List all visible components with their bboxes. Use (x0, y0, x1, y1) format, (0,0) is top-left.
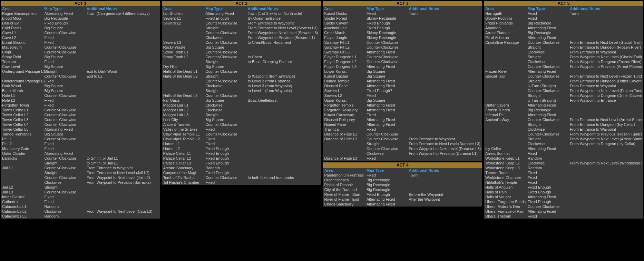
table-row: Ubers: Matron's DenCounter-Clockwise (484, 204, 643, 209)
cell-map-type: Counter-Clockwise (205, 21, 248, 26)
table-row: Maggot Lair L1Clockwise (162, 103, 321, 108)
cell-map-type: Fixed Enough (367, 192, 409, 197)
cell-map-type: Fixed (45, 98, 87, 103)
cell-area (163, 79, 206, 83)
table-row: ClockwiseFrom Waypoint to Previous (Dura… (323, 151, 482, 156)
table-row: Plains of DespairBig Rectangle (323, 182, 482, 187)
cell-area: River of Flame - Start (324, 192, 367, 197)
cell-map-type: Big Square (45, 54, 87, 59)
cell-map-type: Counter-Clockwise (205, 69, 248, 74)
cell-map-type: U-Turn (Straight) (528, 98, 570, 103)
cell-notes (570, 209, 642, 214)
cell-area: Ruined Fane (324, 122, 367, 127)
table-row: Crystalline PassageCounter-ClockwiseFrom… (484, 40, 643, 45)
cell-notes (87, 35, 159, 40)
cell-map-type: Fixed Enough (45, 21, 87, 26)
cell-notes: to Level 3 (from Entrance) (248, 79, 320, 83)
cell-map-type: Alternating Fixed (367, 50, 409, 54)
table-row: Counter-ClockwiseFrom Waypoint to Previo… (484, 64, 643, 69)
table-row: Tower Cellar L2Counter-Clockwise (1, 112, 160, 117)
cell-map-type: Fixed (528, 175, 570, 180)
cell-map-type: Fixed Enough (367, 26, 409, 30)
cell-notes (87, 194, 159, 199)
cell-area: Harem L1 (163, 141, 206, 146)
cell-notes: From Waypoint to Next Level (Arreat Summ… (570, 137, 642, 141)
table-row: ClockwiseFrom Waypoint to Dungeon (Froze… (484, 59, 643, 64)
header-notes: Additional Notes (409, 7, 481, 11)
table-row: Icy CellarAlternating Fixed (484, 146, 643, 151)
cell-area: Spider Forest (324, 16, 367, 21)
table-row: Pit L1Counter-Clockwise (1, 137, 160, 141)
table-row: Ruined TempleAlternating Fixed (323, 79, 482, 83)
cell-area: Worldstone Keep L2 (485, 161, 528, 165)
cell-area: Worldstone Keep L3 (485, 165, 528, 170)
cell-area: Ubers: Tristram (485, 214, 528, 219)
cell-area: Halls of Vaught (485, 194, 528, 199)
cell-notes (570, 21, 642, 26)
cell-map-type: Counter-Clockwise (367, 45, 409, 50)
cell-area: Arachnid Lair (324, 26, 367, 30)
cell-area: Pit L2 (2, 141, 45, 146)
cell-area: Nihlathak's Temple (485, 180, 528, 185)
cell-map-type: Big Square (45, 88, 87, 93)
table-row: Palace Cellar L2Fixed Enough (162, 156, 321, 161)
cell-area (485, 54, 528, 59)
cell-area: Dark Wood (2, 83, 45, 88)
table-row: Drifter CavernAlternating Fixed (484, 103, 643, 108)
cell-area: Tower Cellar L1 (2, 108, 45, 112)
cell-map-type: Clockwise (45, 209, 87, 214)
table-row: Swampy Pit L2Counter-Clockwise (323, 45, 482, 50)
cell-area (485, 45, 528, 50)
table-row: Straightto Smith, or Jail L1 (1, 161, 160, 165)
cell-map-type: Clockwise (528, 161, 570, 165)
table-row: Ubers: Forgotten SandsFixed Enough (484, 199, 643, 204)
cell-area: Travincal (324, 127, 367, 132)
cell-area: Icy Cellar (485, 146, 528, 151)
table-row: Catacombs L1Random (1, 204, 160, 209)
cell-map-type: Counter-Clockwise (45, 74, 87, 79)
cell-map-type: Counter-Clockwise (205, 122, 248, 127)
table-row: Durance of Hate L1Counter Clockwise (323, 132, 482, 137)
cell-notes (87, 122, 159, 127)
act-table: ACT 1AreaMap TypeAdditional NotesRogue E… (0, 0, 160, 219)
cell-map-type: Alternating Fixed (45, 11, 87, 16)
cell-area (163, 35, 206, 40)
cell-notes (409, 182, 481, 187)
cell-notes (409, 132, 481, 137)
cell-map-type: Big Square (205, 64, 248, 69)
cell-map-type: Counter-Clockwise (45, 93, 87, 98)
cell-map-type: Fixed (367, 112, 409, 117)
cell-area (485, 79, 528, 83)
cell-map-type: Alternating Fixed (45, 151, 87, 156)
cell-map-type: Alternating Fixed (528, 26, 570, 30)
cell-notes (570, 26, 642, 30)
cell-area: Ubers: Furnace of Pain (485, 209, 528, 214)
cell-area: Ubers: Matron's Den (485, 204, 528, 209)
cell-map-type: Alternating Fixed (528, 35, 570, 40)
cell-notes (248, 180, 320, 185)
table-row: Halls of the Dead L2Straightto Waypoint … (162, 74, 321, 79)
table-row: Halls of AnguishFixed Enough (484, 185, 643, 190)
cell-area: Halls of Anguish (485, 185, 528, 190)
cell-notes: From Waypoint to Previous (Frozen Tundra… (570, 132, 642, 137)
table-row: AbaddonAlternating Fixed (484, 26, 643, 30)
table-row: Flayer Dungeon L1Counter-Clockwise (323, 54, 482, 59)
column: ACT 5AreaMap TypeAdditional NotesHarroga… (484, 0, 644, 219)
cell-map-type: Fixed (528, 16, 570, 21)
table-row: Rocky WasteBig Square (162, 45, 321, 50)
cell-notes (87, 112, 159, 117)
cell-area: Blood Moor (2, 16, 45, 21)
cell-notes (87, 108, 159, 112)
cell-area: Flayer Dungeon L1 (324, 54, 367, 59)
cell-map-type: Counter-Clockwise (205, 54, 248, 59)
cell-area: Infernal Pit (485, 112, 528, 117)
cell-map-type: Big Square (205, 117, 248, 122)
cell-area (2, 74, 45, 79)
table-row: Monastery GateFixed (1, 146, 160, 151)
cell-notes (87, 40, 159, 45)
cell-area: Disused Reliquary (324, 117, 367, 122)
table-row: Spider ForestSkinny Rectangle (323, 16, 482, 21)
cell-map-type: Clockwise (205, 103, 248, 108)
cell-map-type: Alternating Fixed (367, 197, 409, 202)
cell-notes: From Entrance to Next Level (Glacial Tra… (570, 40, 642, 45)
